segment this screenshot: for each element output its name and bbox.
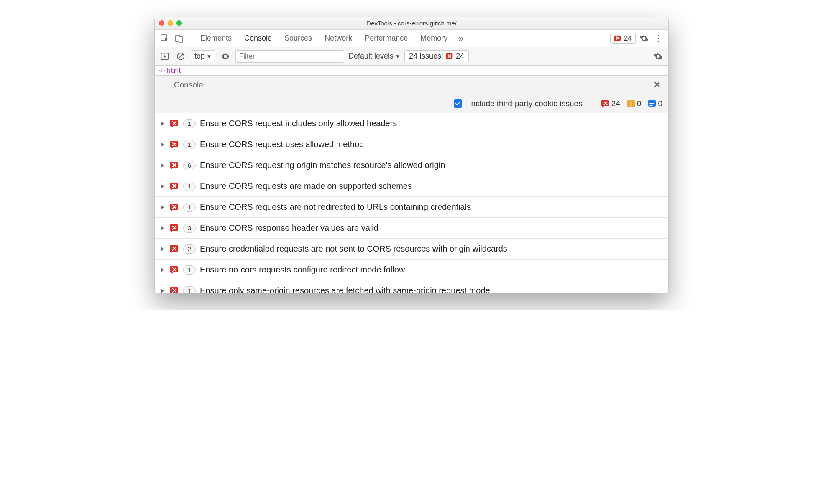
error-icon — [170, 244, 179, 254]
issue-count-badge: 1 — [183, 140, 196, 149]
tab-memory[interactable]: Memory — [415, 30, 452, 47]
error-icon — [170, 286, 179, 293]
filter-input[interactable] — [235, 50, 344, 63]
tab-sources[interactable]: Sources — [279, 30, 317, 47]
devtools-window: DevTools - cors-errors.glitch.me/ Elemen… — [154, 17, 669, 293]
tab-console[interactable]: Console — [239, 30, 277, 47]
info-count: 0 — [658, 99, 662, 108]
issue-title: Ensure CORS requests are not redirected … — [200, 202, 471, 212]
issue-row[interactable]: 1 Ensure no-cors requests configure redi… — [155, 260, 668, 280]
settings-gear-icon[interactable] — [638, 33, 650, 44]
window-titlebar: DevTools - cors-errors.glitch.me/ — [155, 17, 668, 30]
issues-pill[interactable]: 24 Issues: 24 — [404, 50, 469, 62]
log-levels-selector[interactable]: Default levels ▼ — [348, 52, 400, 61]
tab-label: Network — [325, 34, 352, 43]
error-count: 24 — [624, 34, 632, 43]
svg-line-8 — [179, 54, 183, 59]
drawer-title: Console — [174, 80, 203, 89]
tab-network[interactable]: Network — [319, 30, 357, 47]
issue-title: Ensure no-cors requests configure redire… — [200, 265, 405, 275]
issue-row[interactable]: 1 Ensure CORS requests are made on suppo… — [155, 176, 668, 197]
error-icon — [601, 99, 610, 108]
errors-summary[interactable]: 24 — [601, 99, 620, 108]
disclosure-triangle-icon[interactable] — [161, 267, 164, 272]
divider — [190, 33, 190, 43]
include-third-party-label: Include third-party cookie issues — [469, 99, 582, 108]
tab-label: Performance — [365, 34, 408, 43]
disclosure-triangle-icon[interactable] — [161, 163, 164, 168]
error-icon — [170, 203, 179, 212]
issues-label: 24 Issues: — [409, 52, 443, 61]
live-expression-icon[interactable] — [220, 51, 231, 62]
issue-count-badge: 1 — [183, 182, 196, 191]
issues-list[interactable]: 1 Ensure CORS request includes only allo… — [155, 113, 668, 293]
error-icon — [170, 265, 179, 275]
kebab-menu-icon[interactable]: ⋮ — [652, 33, 664, 44]
issue-count-badge: 3 — [183, 224, 196, 233]
issue-count-badge: 1 — [183, 265, 196, 275]
html-tag: html — [166, 67, 181, 74]
errors-count: 24 — [611, 99, 620, 108]
issue-row[interactable]: 1 Ensure CORS request includes only allo… — [155, 113, 668, 134]
issues-options-row: Include third-party cookie issues 24 0 0 — [155, 94, 668, 113]
execute-icon[interactable] — [159, 51, 171, 62]
error-icon — [614, 35, 621, 42]
issue-row[interactable]: 1 Ensure CORS request uses allowed metho… — [155, 134, 668, 155]
tab-elements[interactable]: Elements — [195, 30, 237, 47]
svg-rect-5 — [179, 37, 183, 42]
error-icon — [170, 119, 179, 128]
disclosure-triangle-icon[interactable] — [161, 142, 164, 147]
chevron-down-icon: ▼ — [207, 53, 212, 59]
disclosure-triangle-icon[interactable] — [161, 184, 164, 189]
issue-title: Ensure CORS response header values are v… — [200, 223, 378, 233]
inspect-element-icon[interactable] — [159, 33, 171, 44]
levels-label: Default levels — [348, 52, 394, 61]
issue-title: Ensure CORS requests are made on support… — [200, 181, 412, 191]
chevron-down-icon: ▼ — [395, 53, 400, 59]
error-icon — [446, 53, 453, 60]
issue-count-badge: 1 — [183, 286, 196, 293]
issue-row[interactable]: 1 Ensure only same-origin resources are … — [155, 280, 668, 293]
warnings-summary[interactable]: 0 — [627, 99, 642, 108]
error-icon — [170, 161, 179, 170]
error-icon — [170, 140, 179, 149]
context-selector[interactable]: top ▼ — [191, 50, 215, 62]
disclosure-triangle-icon[interactable] — [161, 288, 164, 293]
disclosure-triangle-icon[interactable] — [161, 226, 164, 231]
issue-row[interactable]: 6 Ensure CORS requesting origin matches … — [155, 155, 668, 176]
issues-count: 24 — [456, 52, 464, 61]
issue-count-badge: 1 — [183, 119, 196, 128]
issue-row[interactable]: 2 Ensure credentialed requests are not s… — [155, 239, 668, 260]
info-summary[interactable]: 0 — [648, 99, 662, 108]
more-tabs-icon[interactable]: » — [455, 33, 467, 44]
error-count-pill[interactable]: 24 — [610, 33, 636, 44]
tab-performance[interactable]: Performance — [360, 30, 413, 47]
tab-label: Elements — [200, 34, 232, 43]
clear-console-icon[interactable] — [175, 51, 187, 62]
issue-count-badge: 2 — [183, 244, 196, 254]
devtools-tabbar: Elements Console Sources Network Perform… — [155, 30, 668, 47]
issue-title: Ensure CORS request uses allowed method — [200, 140, 364, 149]
disclosure-triangle-icon[interactable] — [161, 247, 164, 252]
window-title: DevTools - cors-errors.glitch.me/ — [155, 20, 668, 27]
issue-count-badge: 6 — [183, 161, 196, 170]
tab-label: Console — [244, 34, 272, 43]
tab-label: Memory — [420, 34, 447, 43]
console-settings-gear-icon[interactable] — [652, 51, 664, 62]
issue-row[interactable]: 3 Ensure CORS response header values are… — [155, 218, 668, 239]
include-third-party-checkbox[interactable] — [454, 99, 462, 108]
close-drawer-icon[interactable]: ✕ — [651, 78, 663, 92]
context-label: top — [194, 52, 205, 61]
issue-title: Ensure CORS request includes only allowe… — [200, 119, 397, 128]
divider — [592, 99, 592, 109]
disclosure-triangle-icon[interactable] — [161, 121, 164, 126]
issue-title: Ensure credentialed requests are not sen… — [200, 244, 507, 254]
drawer-menu-icon[interactable]: ⋮ — [160, 80, 168, 90]
issue-title: Ensure CORS requesting origin matches re… — [200, 160, 445, 170]
issue-row[interactable]: 1 Ensure CORS requests are not redirecte… — [155, 197, 668, 218]
issue-title: Ensure only same-origin resources are fe… — [200, 286, 490, 293]
device-toolbar-icon[interactable] — [173, 33, 185, 44]
source-strip: <· html — [155, 66, 668, 76]
warning-icon — [627, 99, 635, 108]
disclosure-triangle-icon[interactable] — [161, 205, 164, 210]
